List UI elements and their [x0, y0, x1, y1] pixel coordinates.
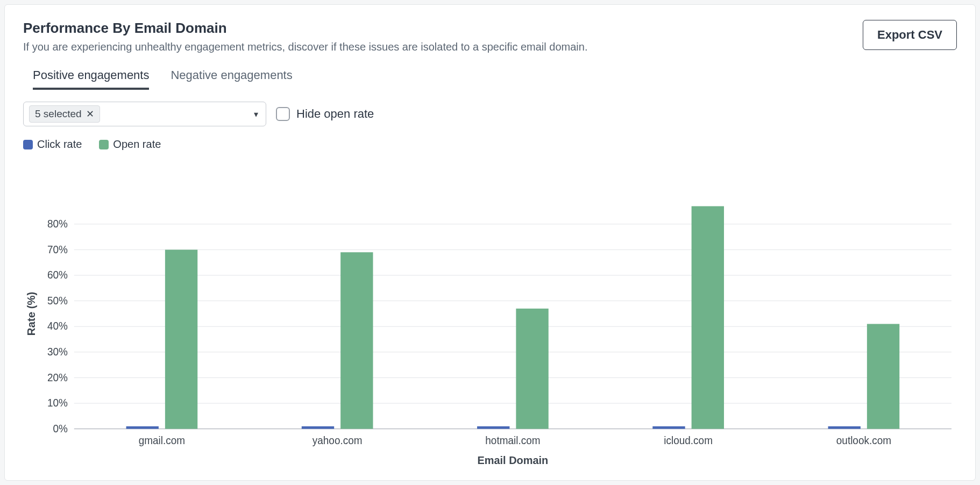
hide-open-rate-control: Hide open rate: [276, 107, 374, 121]
clear-selection-icon[interactable]: ✕: [86, 109, 94, 119]
legend-click-rate: Click rate: [23, 138, 82, 151]
export-csv-button[interactable]: Export CSV: [863, 20, 957, 50]
svg-text:hotmail.com: hotmail.com: [485, 435, 540, 446]
svg-text:10%: 10%: [47, 397, 68, 409]
header-row: Performance By Email Domain If you are e…: [23, 20, 957, 68]
selected-count-chip[interactable]: 5 selected ✕: [29, 105, 100, 123]
svg-rect-25: [516, 309, 548, 429]
chart: 0%10%20%30%40%50%60%70%80%gmail.comyahoo…: [23, 193, 957, 467]
svg-text:80%: 80%: [47, 218, 68, 230]
svg-text:Email Domain: Email Domain: [477, 454, 548, 466]
selected-count-label: 5 selected: [35, 108, 82, 120]
svg-text:Rate (%): Rate (%): [25, 292, 37, 336]
svg-text:icloud.com: icloud.com: [664, 435, 713, 446]
hide-open-rate-label: Hide open rate: [296, 107, 374, 121]
svg-rect-19: [165, 249, 197, 429]
svg-text:50%: 50%: [47, 295, 68, 306]
tabs: Positive engagements Negative engagement…: [23, 68, 957, 90]
page-subtitle: If you are experiencing unhealthy engage…: [23, 41, 587, 53]
svg-text:yahoo.com: yahoo.com: [313, 435, 363, 446]
chevron-down-icon: ▾: [254, 109, 258, 119]
svg-text:outlook.com: outlook.com: [836, 435, 891, 446]
tab-negative-engagements[interactable]: Negative engagements: [171, 68, 292, 90]
svg-rect-30: [828, 426, 861, 429]
svg-rect-22: [340, 252, 373, 429]
svg-text:60%: 60%: [47, 269, 68, 281]
domain-select-dropdown[interactable]: 5 selected ✕ ▾: [23, 102, 266, 126]
svg-text:20%: 20%: [47, 372, 68, 383]
svg-text:gmail.com: gmail.com: [139, 435, 185, 446]
svg-text:30%: 30%: [47, 346, 68, 358]
swatch-open-icon: [99, 140, 109, 149]
page-title: Performance By Email Domain: [23, 20, 587, 37]
svg-rect-21: [302, 426, 334, 429]
svg-rect-28: [692, 206, 724, 429]
svg-text:40%: 40%: [47, 320, 68, 332]
tab-positive-engagements[interactable]: Positive engagements: [33, 68, 149, 90]
svg-rect-18: [126, 426, 159, 429]
legend-open-label: Open rate: [113, 138, 161, 151]
controls-row: 5 selected ✕ ▾ Hide open rate: [23, 102, 957, 126]
svg-rect-24: [477, 426, 509, 429]
swatch-click-icon: [23, 140, 33, 149]
legend-open-rate: Open rate: [99, 138, 161, 151]
svg-rect-27: [652, 426, 685, 429]
legend-click-label: Click rate: [37, 138, 82, 151]
svg-text:0%: 0%: [53, 423, 67, 434]
chart-legend: Click rate Open rate: [23, 138, 957, 151]
hide-open-rate-checkbox[interactable]: [276, 107, 290, 121]
svg-rect-31: [867, 324, 899, 429]
svg-text:70%: 70%: [47, 244, 68, 255]
performance-card: Performance By Email Domain If you are e…: [4, 4, 976, 481]
